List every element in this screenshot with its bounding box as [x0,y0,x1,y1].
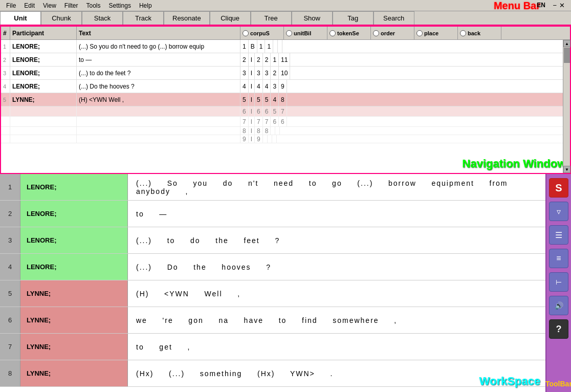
tab-clique[interactable]: Clique [210,11,251,25]
ws-participant: LENORE; [20,174,128,200]
table-row[interactable]: 7 I 7 7 6 6 [1,117,570,127]
ws-participant: LYNNE; [20,307,128,333]
col-header-text: Text [77,27,240,39]
ws-num: 6 [0,307,20,333]
workspace-row[interactable]: 4 LENORE; (...) Do the hooves ? [0,254,545,280]
menu-file[interactable]: File [2,1,20,10]
ws-text: to get , [128,334,545,360]
col-header-place: place [414,27,458,39]
table-row[interactable]: 6 I 6 6 5 7 [1,106,570,117]
table-body: 1 LENORE; (...) So you do n't need to go… [1,40,570,173]
table-header: # Participant Text corpuS unitBil tokenS… [1,27,570,40]
ws-text: we 're gon na have to find somewhere , [128,307,545,333]
lang-indicator: EN [537,2,545,9]
ws-num: 1 [0,174,20,200]
col-header-participant: Participant [10,27,77,39]
tab-resonate[interactable]: Resonate [164,11,210,25]
align-tool-button[interactable]: ≡ [549,249,568,268]
ws-text: (...) So you do n't need to go (...) bor… [128,174,545,200]
tab-search[interactable]: Search [374,11,414,25]
ws-num: 2 [0,201,20,227]
ws-num: 4 [0,254,20,280]
toolbar: S ▿ ☰ ≡ ⊢ 🔊 ? ToolBar [545,174,571,392]
ws-participant: LENORE; [20,254,128,280]
workspace-row[interactable]: 5 LYNNE; (H) <YWN Well , [0,280,545,307]
ws-text: (H) <YWN Well , [128,280,545,307]
tree-tool-button[interactable]: ⊢ [549,272,568,292]
workspace-row[interactable]: 8 LYNNE; (Hx) (...) something (Hx) YWN> … [0,360,545,387]
sound-tool-button[interactable]: 🔊 [549,296,568,315]
table-row[interactable]: 4 LENORE; (...) Do the hooves ? 4 I 4 4 … [1,80,570,93]
workspace-row[interactable]: 6 LYNNE; we 're gon na have to find some… [0,307,545,334]
tab-stack[interactable]: Stack [82,11,123,25]
col-header-order: order [371,27,414,39]
workspace-rows: 1 LENORE; (...) So you do n't need to go… [0,174,545,392]
minimize-button[interactable]: − [553,2,557,9]
scroll-thumb[interactable] [564,48,570,63]
nav-window-annotation: Navigation Window [462,157,566,170]
ws-participant: LYNNE; [20,360,128,386]
tab-tag[interactable]: Tag [333,11,374,25]
workspace-annotation: WorkSpace [479,375,540,388]
menu-edit[interactable]: Edit [20,1,39,10]
table-row[interactable]: 1 LENORE; (...) So you do n't need to go… [1,40,570,53]
col-header-corpus: corpuS [240,27,284,39]
menubar-annotation: Menu Bar [494,0,540,11]
bottom-area: 1 LENORE; (...) So you do n't need to go… [0,174,571,392]
menu-bar: File Edit View Filter Tools Settings Hel… [0,0,571,11]
table-row[interactable]: 8 I 8 8 [1,127,570,135]
list-tool-button[interactable]: ☰ [549,225,568,245]
ws-num: 7 [0,334,20,360]
col-header-token: tokenSe [327,27,371,39]
workspace-row[interactable]: 1 LENORE; (...) So you do n't need to go… [0,174,545,201]
help-tool-button[interactable]: ? [549,319,568,339]
table-row[interactable]: 2 LENORE; to — 2 I 2 2 1 11 [1,53,570,67]
menu-help[interactable]: Help [135,1,156,10]
tab-tree[interactable]: Tree [251,11,292,25]
filter-tool-button[interactable]: ▿ [549,202,568,221]
menu-view[interactable]: View [39,1,60,10]
ws-participant: LENORE; [20,227,128,253]
workspace-row[interactable]: 3 LENORE; (...) to do the feet ? [0,227,545,254]
workspace-row[interactable]: 2 LENORE; to — [0,201,545,227]
ws-num: 5 [0,280,20,307]
col-header-num: # [1,27,10,39]
tab-chunk[interactable]: Chunk [41,11,82,25]
table-row[interactable]: 3 LENORE; (...) to do the feet ? 3 I 3 3… [1,67,570,80]
ws-num: 3 [0,227,20,253]
ws-text: (...) to do the feet ? [128,227,545,253]
tab-bar: Unit Chunk Stack Track Resonate Clique T… [0,11,571,26]
navigation-window: # Participant Text corpuS unitBil tokenS… [0,26,571,174]
tab-track[interactable]: Track [123,11,164,25]
workspace-row[interactable]: 7 LYNNE; to get , [0,334,545,360]
menu-filter[interactable]: Filter [60,1,82,10]
ws-text: to — [128,201,545,227]
table-row[interactable]: 5 LYNNE; (H) <YWN Well , 5 I 5 5 4 8 [1,93,570,106]
table-row[interactable]: 9 I 9 [1,135,570,143]
tab-unit[interactable]: Unit [0,11,41,25]
s-tool-button[interactable]: S [549,178,568,198]
ws-text: (...) Do the hooves ? [128,254,545,280]
nav-scrollbar[interactable]: ▲ ▼ [563,40,570,173]
ws-participant: LYNNE; [20,280,128,307]
ws-num: 8 [0,360,20,386]
toolbar-annotation: ToolBar [545,380,571,388]
menu-settings[interactable]: Settings [105,1,135,10]
scroll-up[interactable]: ▲ [563,40,570,47]
scroll-down[interactable]: ▼ [563,166,570,173]
col-header-back: back [458,27,501,39]
tab-show[interactable]: Show [292,11,333,25]
close-button[interactable]: ✕ [559,2,565,9]
col-header-unit: unitBil [284,27,327,39]
menu-tools[interactable]: Tools [82,1,105,10]
ws-participant: LENORE; [20,201,128,227]
ws-participant: LYNNE; [20,334,128,360]
